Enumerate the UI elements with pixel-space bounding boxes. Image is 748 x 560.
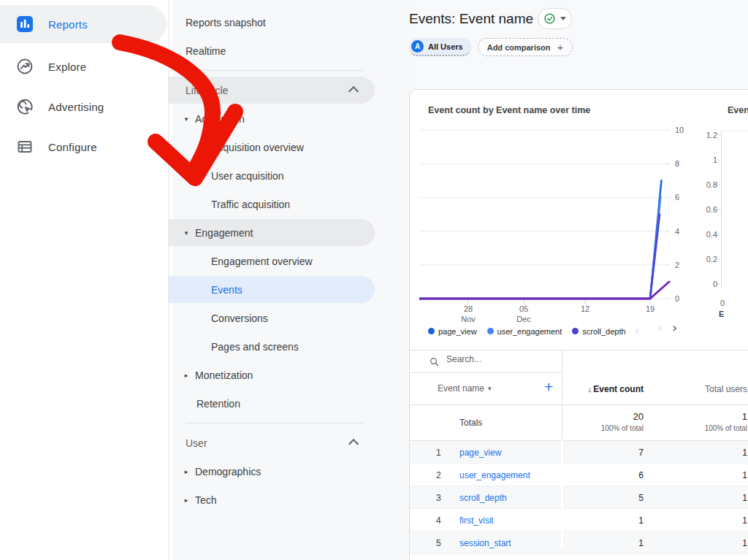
nav-item-label: Traffic acquisition [211, 199, 290, 210]
total-users-value: 1 [651, 538, 747, 548]
report-status-dropdown[interactable] [538, 8, 572, 29]
search-input[interactable] [445, 353, 550, 365]
comparison-chips: A All Users Add comparison + [409, 38, 573, 56]
legend-pager: ‹ › [658, 321, 676, 335]
audience-avatar: A [411, 40, 424, 53]
totals-total-users-pct: 100% of total [651, 424, 747, 432]
advertising-icon [16, 98, 34, 115]
nav-item-reports-snapshot[interactable]: Reports snapshot [169, 9, 375, 36]
event-name-link[interactable]: first_visit [459, 515, 494, 526]
total-users-value: 1 [651, 470, 747, 480]
table-body: 1page_view712user_engagement613scroll_de… [410, 441, 748, 554]
events-report-card: Event count by Event name over time Even… [409, 89, 748, 560]
legend-next-icon[interactable]: › [673, 321, 677, 335]
sidebar-item-label: Advertising [48, 101, 104, 113]
nav-item-traffic-acquisition[interactable]: Traffic acquisition [169, 191, 375, 218]
nav-item-monetization[interactable]: ▸Monetization [169, 361, 375, 388]
sidebar-item-advertising[interactable]: Advertising [0, 88, 167, 126]
svg-text:0.2: 0.2 [706, 255, 717, 264]
nav-item-label: Events [211, 284, 243, 296]
nav-item-engagement[interactable]: ▾Engagement [169, 219, 375, 246]
table-row: 5session_start11 [410, 532, 748, 554]
nav-item-label: Tech [195, 494, 217, 506]
add-column-button[interactable]: + [544, 378, 553, 396]
nav-item-user[interactable]: User [169, 429, 375, 456]
svg-text:4: 4 [675, 227, 679, 236]
nav-item-events[interactable]: Events [169, 276, 375, 303]
nav-item-tech[interactable]: ▸Tech [169, 486, 375, 513]
total-users-value: 1 [651, 515, 747, 526]
configure-icon [16, 138, 34, 156]
chart-title: Event count by Event name over time [428, 105, 590, 115]
nav-item-realtime[interactable]: Realtime [169, 37, 375, 64]
svg-text:E: E [719, 310, 724, 318]
column-event-count[interactable]: ↓Event count [562, 384, 644, 394]
legend-label: scroll_depth [582, 327, 625, 336]
nav-item-acquisition[interactable]: ▾Acquisition [169, 105, 375, 132]
chevron-up-icon [348, 86, 359, 96]
chevron-down-icon [560, 17, 566, 20]
legend-item-user-engagement[interactable]: user_engagement [487, 327, 562, 336]
row-rank: 1 [436, 448, 441, 458]
caret-right-icon: ▸ [178, 372, 195, 379]
totals-event-count-pct: 100% of total [562, 424, 644, 432]
event-count-value: 5 [562, 493, 644, 503]
svg-text:28: 28 [464, 304, 473, 313]
all-users-label: All Users [428, 42, 463, 51]
nav-item-life-cycle[interactable]: Life cycle [169, 77, 375, 104]
all-users-chip[interactable]: A All Users [409, 38, 471, 56]
event-name-link[interactable]: session_start [459, 538, 511, 548]
nav-item-acquisition-overview[interactable]: Acquisition overview [169, 134, 375, 161]
svg-text:1: 1 [713, 156, 717, 164]
sidebar-item-configure[interactable]: Configure [0, 128, 167, 166]
totals-event-count: 20 [562, 411, 644, 422]
sidebar-item-label: Configure [48, 141, 97, 153]
nav-item-label: Engagement [195, 227, 253, 239]
event-name-link[interactable]: scroll_depth [459, 493, 507, 503]
nav-item-conversions[interactable]: Conversions [169, 304, 375, 331]
column-total-users[interactable]: Total users [651, 384, 747, 394]
legend-prev-icon[interactable]: ‹ [658, 321, 663, 335]
event-count-value: 1 [562, 538, 644, 548]
total-users-value: 1 [651, 448, 747, 458]
svg-text:0.8: 0.8 [706, 180, 717, 189]
nav-item-label: Life cycle [186, 85, 228, 96]
legend-item-scroll-depth[interactable]: scroll_depth [572, 327, 625, 336]
row-rank: 2 [436, 470, 441, 480]
nav-item-retention[interactable]: Retention [169, 390, 375, 417]
table-search-row [410, 350, 748, 373]
caret-down-icon: ▾ [488, 385, 492, 392]
reports-icon [16, 15, 34, 33]
svg-text:12: 12 [581, 304, 589, 313]
svg-text:0: 0 [713, 280, 717, 288]
row-rank: 5 [436, 538, 441, 548]
nav-item-demographics[interactable]: ▸Demographics [169, 458, 375, 485]
svg-text:8: 8 [675, 159, 679, 168]
svg-text:2: 2 [675, 261, 679, 269]
column-event-name[interactable]: Event name ▾ [438, 383, 492, 394]
nav-item-pages-and-screens[interactable]: Pages and screens [169, 333, 375, 360]
main-content: Events: Event name A All Users Add compa… [409, 0, 748, 560]
nav-item-user-acquisition[interactable]: User acquisition [169, 162, 375, 189]
sidebar-item-label: Explore [48, 61, 86, 73]
table-row: 3scroll_depth51 [410, 486, 748, 509]
nav-divider [169, 418, 409, 428]
event-count-value: 1 [562, 515, 644, 526]
chart2-title: Event [728, 105, 748, 115]
nav-item-engagement-overview[interactable]: Engagement overview [169, 248, 375, 275]
nav-item-label: Engagement overview [211, 256, 313, 267]
nav-item-label: User acquisition [211, 170, 284, 182]
event-name-link[interactable]: user_engagement [459, 470, 530, 480]
nav-item-label: Conversions [211, 312, 268, 324]
sidebar-item-reports[interactable]: Reports [0, 5, 167, 43]
svg-text:0.6: 0.6 [706, 205, 717, 214]
legend-item-page-view[interactable]: page_view [428, 327, 477, 336]
nav-item-label: Acquisition overview [211, 142, 304, 153]
event-name-link[interactable]: page_view [459, 448, 501, 458]
legend-dot-icon [428, 328, 435, 334]
bar-chart-partial: 1.210.80.60.40.200E [698, 125, 748, 322]
svg-text:Nov: Nov [461, 315, 476, 323]
totals-label: Totals [459, 418, 482, 428]
sidebar-item-explore[interactable]: Explore [0, 47, 167, 85]
add-comparison-button[interactable]: Add comparison + [478, 38, 573, 56]
